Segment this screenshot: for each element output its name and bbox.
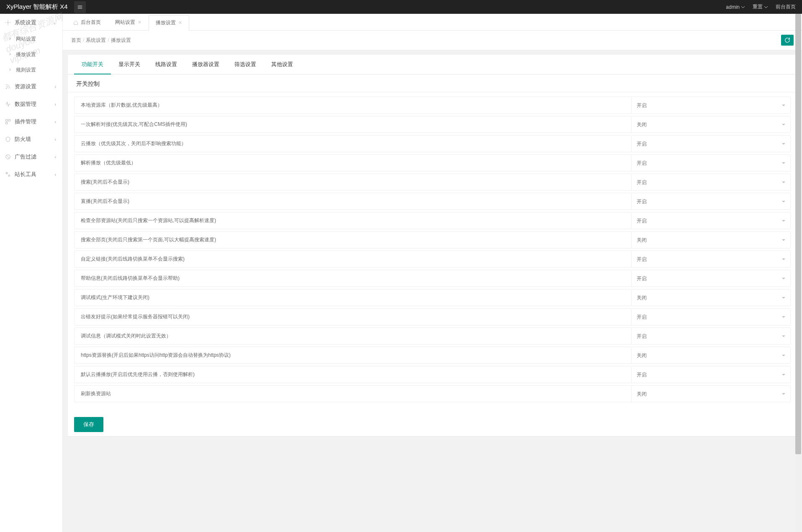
inner-tab-switch[interactable]: 功能开关 [74,55,111,74]
setting-select[interactable]: 开启关闭 [632,290,790,306]
setting-select[interactable]: 开启关闭 [632,328,790,344]
section-title: 开关控制 [68,74,797,92]
tab-site-settings[interactable]: 网站设置✕ [108,15,149,30]
reset-menu[interactable]: 重置 [753,3,768,10]
scrollbar[interactable] [795,14,801,532]
app-logo: XyPlayer 智能解析 X4 [6,3,68,11]
setting-label: 搜索全部页(关闭后只搜索第一个页面,可以大幅提高搜索速度) [75,232,631,248]
setting-select[interactable]: 开启关闭 [632,97,790,113]
sidebar: 系统设置⌄ 网站设置 播放设置 规则设置 资源设置‹ 数据管理‹ 插件管理‹ 防… [0,14,63,532]
setting-select[interactable]: 开启关闭 [632,117,790,133]
svg-rect-4 [6,122,8,124]
ban-icon [5,154,11,160]
sidebar-item-data[interactable]: 数据管理‹ [0,95,62,113]
setting-row: 调试信息（调试模式关闭时此设置无效）开启关闭 [74,327,791,345]
frontend-link[interactable]: 前台首页 [776,3,796,10]
breadcrumb-home[interactable]: 首页 [71,37,81,43]
setting-row: 帮助信息(关闭后线路切换菜单不会显示帮助)开启关闭 [74,270,791,287]
chevron-left-icon: ‹ [55,84,56,89]
chevron-left-icon: ‹ [55,155,56,159]
setting-select[interactable]: 开启关闭 [632,232,790,248]
setting-label: 默认云播播放(开启后优先使用云播，否则使用解析) [75,366,631,383]
setting-row: 本地资源库（影片数据,优先级最高）开启关闭 [74,97,791,114]
setting-label: 出错友好提示(如果经常提示服务器报错可以关闭) [75,309,631,325]
chevron-left-icon: ‹ [55,102,56,107]
tab-play-settings[interactable]: 播放设置✕ [149,15,189,31]
svg-rect-6 [6,172,8,174]
setting-row: 调试模式(生产环境下建议关闭)开启关闭 [74,289,791,306]
chevron-left-icon: ‹ [55,137,56,142]
scrollbar-thumb[interactable] [795,14,801,454]
activity-icon [5,101,11,107]
setting-row: 一次解析对接(优先级其次,可配合CMS插件使用)开启关闭 [74,116,791,133]
setting-row: 解析播放（优先级最低）开启关闭 [74,154,791,171]
setting-select[interactable]: 开启关闭 [632,309,790,325]
setting-label: 解析播放（优先级最低） [75,155,631,171]
setting-row: 检查全部资源站(关闭后只搜索一个资源站,可以提高解析速度)开启关闭 [74,212,791,229]
svg-rect-2 [6,120,8,121]
page-tabs: 后台首页 网站设置✕ 播放设置✕ [63,14,802,31]
chevron-left-icon: ‹ [55,172,56,177]
setting-label: https资源替换(开启后如果https访问http资源会自动替换为https协… [75,347,631,363]
close-icon[interactable]: ✕ [178,20,182,26]
close-icon[interactable]: ✕ [138,20,141,25]
svg-rect-3 [8,120,10,121]
setting-select[interactable]: 开启关闭 [632,367,790,383]
menu-icon [77,4,83,10]
shield-icon [5,136,11,142]
sidebar-sub-play[interactable]: 播放设置 [0,47,62,62]
setting-row: 搜索全部页(关闭后只搜索第一个页面,可以大幅提高搜索速度)开启关闭 [74,231,791,248]
setting-label: 直播(关闭后不会显示) [75,193,631,210]
svg-point-0 [7,22,9,23]
inner-tab-filter[interactable]: 筛选设置 [227,55,264,74]
setting-select[interactable]: 开启关闭 [632,213,790,229]
breadcrumb-current: 播放设置 [111,37,131,43]
setting-label: 调试模式(生产环境下建议关闭) [75,289,631,306]
breadcrumb: 首页/系统设置/播放设置 [71,37,131,44]
rss-icon [5,84,11,90]
sidebar-sub-site[interactable]: 网站设置 [0,31,62,47]
setting-select[interactable]: 开启关闭 [632,155,790,171]
setting-row: 直播(关闭后不会显示)开启关闭 [74,193,791,210]
setting-row: 刷新换资源站开启关闭 [74,385,791,402]
inner-tabs: 功能开关 显示开关 线路设置 播放器设置 筛选设置 其他设置 [68,55,797,74]
setting-label: 自定义链接(关闭后线路切换菜单不会显示搜索) [75,251,631,267]
inner-tab-player[interactable]: 播放器设置 [185,55,227,74]
setting-row: 自定义链接(关闭后线路切换菜单不会显示搜索)开启关闭 [74,251,791,268]
setting-select[interactable]: 开启关闭 [632,271,790,286]
setting-label: 检查全部资源站(关闭后只搜索一个资源站,可以提高解析速度) [75,212,631,229]
setting-select[interactable]: 开启关闭 [632,174,790,190]
sidebar-item-tools[interactable]: 站长工具‹ [0,166,62,183]
sidebar-item-adfilter[interactable]: 广告过滤‹ [0,148,62,166]
setting-label: 搜索(关闭后不会显示) [75,174,631,190]
sidebar-item-system[interactable]: 系统设置⌄ [0,14,62,31]
inner-tab-display[interactable]: 显示开关 [111,55,148,74]
sidebar-item-firewall[interactable]: 防火墙‹ [0,130,62,148]
sidebar-sub-rules[interactable]: 规则设置 [0,62,62,78]
svg-point-1 [6,88,7,89]
breadcrumb-section[interactable]: 系统设置 [86,37,106,43]
grid-icon [5,119,11,125]
setting-label: 云播放（优先级其次，关闭后不影响搜索功能） [75,136,631,152]
user-menu[interactable]: admin [726,3,745,10]
setting-row: 搜索(关闭后不会显示)开启关闭 [74,174,791,191]
tab-dashboard[interactable]: 后台首页 [66,15,108,30]
setting-select[interactable]: 开启关闭 [632,386,790,402]
setting-row: 默认云播播放(开启后优先使用云播，否则使用解析)开启关闭 [74,366,791,383]
home-icon [73,20,78,25]
setting-row: 出错友好提示(如果经常提示服务器报错可以关闭)开启关闭 [74,308,791,325]
save-button[interactable]: 保存 [74,417,103,432]
setting-label: 帮助信息(关闭后线路切换菜单不会显示帮助) [75,270,631,286]
sidebar-toggle[interactable] [74,1,86,13]
svg-rect-7 [8,175,10,176]
setting-select[interactable]: 开启关闭 [632,251,790,267]
sidebar-item-resource[interactable]: 资源设置‹ [0,78,62,95]
setting-select[interactable]: 开启关闭 [632,348,790,363]
refresh-button[interactable] [781,35,794,46]
sidebar-item-plugin[interactable]: 插件管理‹ [0,113,62,130]
inner-tab-other[interactable]: 其他设置 [264,55,301,74]
setting-label: 本地资源库（影片数据,优先级最高） [75,97,631,113]
inner-tab-lines[interactable]: 线路设置 [148,55,185,74]
setting-select[interactable]: 开启关闭 [632,194,790,210]
setting-select[interactable]: 开启关闭 [632,136,790,152]
